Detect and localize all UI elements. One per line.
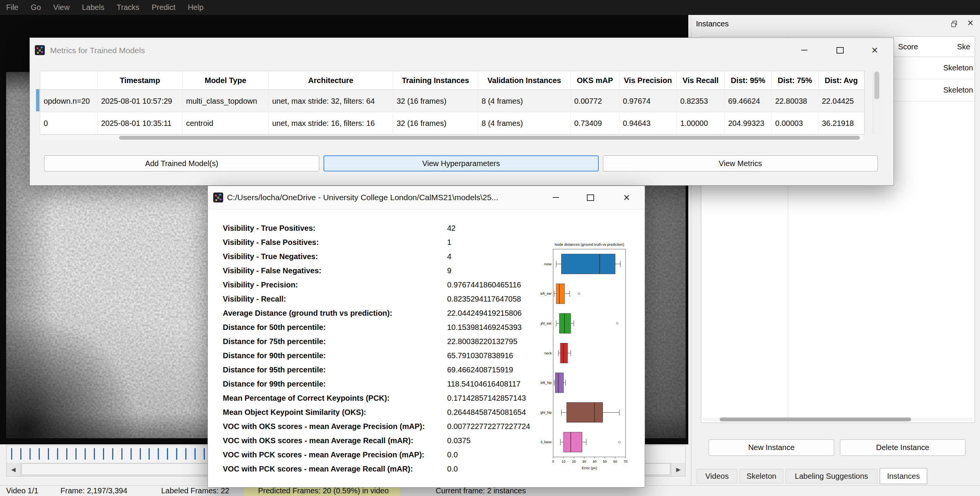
- models-cell-1-6[interactable]: 0.73409: [571, 112, 619, 134]
- models-cell-1-0[interactable]: 0: [40, 112, 98, 134]
- models-cell-0-4[interactable]: 32 (16 frames): [393, 90, 478, 112]
- view-metrics-button[interactable]: View Metrics: [603, 155, 878, 171]
- models-column-header-3[interactable]: Architecture: [269, 71, 393, 90]
- models-column-header-5[interactable]: Validation Instances: [478, 71, 571, 90]
- menu-help[interactable]: Help: [181, 0, 209, 15]
- models-column-header-7[interactable]: Vis Precision: [619, 71, 677, 90]
- delete-instance-button[interactable]: Delete Instance: [840, 439, 965, 456]
- add-trained-models-button[interactable]: Add Trained Model(s): [44, 155, 319, 171]
- view-hyperparameters-button[interactable]: View Hyperparameters: [323, 155, 599, 171]
- metric-row: Distance for 95th percentile:69.46624087…: [223, 363, 541, 377]
- minimize-icon[interactable]: [544, 189, 568, 206]
- menu-predict[interactable]: Predict: [145, 0, 181, 15]
- models-cell-1-5[interactable]: 8 (4 frames): [478, 112, 571, 134]
- models-cell-0-8[interactable]: 0.82353: [677, 90, 725, 112]
- metric-label: VOC with PCK scores - mean Average Preci…: [223, 450, 447, 459]
- details-dialog-titlebar[interactable]: C:/Users/locha/OneDrive - University Col…: [208, 186, 645, 209]
- models-cell-1-3[interactable]: unet, max stride: 16, filters: 16: [269, 112, 393, 134]
- close-icon[interactable]: ×: [863, 42, 887, 59]
- models-cell-0-1[interactable]: 2025-08-01 10:57:29: [98, 90, 183, 112]
- models-cell-0-9[interactable]: 69.46624: [725, 90, 772, 112]
- dock-float-icon[interactable]: [949, 19, 960, 29]
- models-column-header-6[interactable]: OKS mAP: [571, 71, 619, 90]
- metric-label: Visibility - True Negatives:: [223, 252, 447, 261]
- models-table-vscroll-thumb[interactable]: [874, 72, 879, 99]
- menu-file[interactable]: File: [0, 0, 24, 15]
- tab-labeling-suggestions[interactable]: Labeling Suggestions: [786, 469, 877, 483]
- menu-go[interactable]: Go: [24, 0, 47, 15]
- models-column-header-2[interactable]: Model Type: [183, 71, 269, 90]
- metric-label: Visibility - Precision:: [223, 281, 447, 289]
- models-column-header-10[interactable]: Dist: 75%: [772, 71, 818, 90]
- labeled-frame-tick: [176, 448, 177, 460]
- metric-row: VOC with OKS scores - mean Average Preci…: [223, 419, 541, 434]
- maximize-icon[interactable]: [828, 42, 852, 59]
- metric-value: 22.044249419215806: [447, 309, 522, 318]
- metric-row: Visibility - False Positives:1: [223, 235, 541, 250]
- labeled-frame-tick: [131, 448, 132, 460]
- models-table-hscrollbar[interactable]: [40, 135, 864, 140]
- column-header-score[interactable]: Score: [891, 37, 925, 57]
- models-column-header-9[interactable]: Dist: 95%: [725, 71, 772, 90]
- models-table-vscrollbar[interactable]: [873, 71, 881, 134]
- models-cell-1-4[interactable]: 32 (16 frames): [393, 112, 478, 134]
- seek-next-icon[interactable]: ▶: [671, 463, 685, 476]
- tab-skeleton[interactable]: Skeleton: [740, 469, 783, 483]
- models-cell-0-2[interactable]: multi_class_topdown: [183, 90, 269, 112]
- models-column-header-0[interactable]: [40, 71, 98, 90]
- labeled-frame-tick: [29, 448, 31, 460]
- labeled-frame-tick: [167, 448, 168, 460]
- models-cell-1-11[interactable]: 36.21918: [818, 112, 864, 134]
- metric-label: Visibility - True Positives:: [223, 224, 447, 233]
- metric-row: Distance for 99th percentile:118.5410461…: [223, 377, 541, 391]
- models-cell-0-5[interactable]: 8 (4 frames): [478, 90, 571, 112]
- metric-label: Mean Percentage of Correct Keypoints (PC…: [223, 394, 447, 403]
- models-cell-1-1[interactable]: 2025-08-01 10:35:11: [98, 112, 183, 134]
- models-column-header-4[interactable]: Training Instances: [393, 71, 478, 90]
- models-cell-1-7[interactable]: 0.94643: [619, 112, 677, 134]
- column-header-skeleton[interactable]: Skeleton: [957, 37, 970, 57]
- menu-labels[interactable]: Labels: [76, 0, 111, 15]
- menu-bar: FileGoViewLabelsTracksPredictHelp: [0, 0, 980, 15]
- metric-value: 0.0: [447, 450, 458, 459]
- menu-view[interactable]: View: [47, 0, 76, 15]
- metric-label: Visibility - False Negatives:: [223, 266, 447, 275]
- models-cell-0-0[interactable]: opdown.n=20: [40, 90, 98, 112]
- models-cell-0-6[interactable]: 0.00772: [571, 90, 619, 112]
- models-cell-0-11[interactable]: 22.04425: [818, 90, 864, 112]
- trained-models-table[interactable]: TimestampModel TypeArchitectureTraining …: [40, 71, 865, 135]
- models-column-header-11[interactable]: Dist: Avg: [818, 71, 864, 90]
- metric-value: 10.153981469245393: [447, 323, 522, 332]
- instances-hscrollbar[interactable]: [702, 418, 973, 421]
- tab-instances[interactable]: Instances: [880, 468, 927, 484]
- models-cell-1-2[interactable]: centroid: [183, 112, 269, 134]
- models-cell-1-9[interactable]: 204.99323: [725, 112, 772, 134]
- instances-hscroll-thumb[interactable]: [720, 418, 911, 421]
- models-cell-1-10[interactable]: 0.00003: [772, 112, 818, 134]
- svg-text:50: 50: [603, 460, 607, 463]
- metric-label: VOC with OKS scores - mean Average Recal…: [223, 436, 447, 445]
- tab-videos[interactable]: Videos: [697, 469, 737, 483]
- models-column-header-8[interactable]: Vis Recall: [677, 71, 725, 90]
- models-cell-0-3[interactable]: unet, max stride: 32, filters: 64: [269, 90, 393, 112]
- models-cell-1-8[interactable]: 1.00000: [677, 112, 725, 134]
- close-icon[interactable]: ×: [615, 189, 639, 206]
- labeled-frame-tick: [121, 448, 122, 460]
- maximize-icon[interactable]: [578, 189, 602, 206]
- dock-close-icon[interactable]: ×: [965, 17, 976, 29]
- models-table-hscroll-thumb[interactable]: [119, 136, 860, 140]
- labeled-frame-tick: [194, 448, 196, 460]
- minimize-icon[interactable]: [792, 42, 816, 59]
- models-column-header-1[interactable]: Timestamp: [98, 71, 183, 90]
- metric-value: 0.9767441860465116: [447, 281, 521, 289]
- menu-tracks[interactable]: Tracks: [111, 0, 145, 15]
- seek-prev-icon[interactable]: ◀: [7, 463, 21, 476]
- labeled-frame-tick: [85, 448, 86, 460]
- svg-text:neck: neck: [544, 351, 552, 355]
- metric-list: Visibility - True Positives:42Visibility…: [223, 221, 541, 476]
- metric-row: Visibility - True Positives:42: [223, 221, 541, 235]
- models-cell-0-7[interactable]: 0.97674: [619, 90, 677, 112]
- models-cell-0-10[interactable]: 22.80038: [772, 90, 818, 112]
- new-instance-button[interactable]: New Instance: [709, 439, 834, 456]
- metrics-dialog-titlebar[interactable]: Metrics for Trained Models ×: [30, 38, 893, 63]
